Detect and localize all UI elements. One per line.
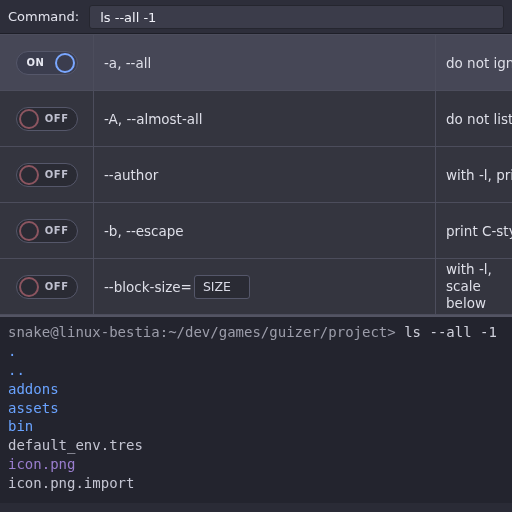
toggle-label: OFF [45,281,69,292]
option-desc: do not ignore [446,55,512,71]
toggle-knob [55,53,75,73]
toggle-almost-all[interactable]: OFF [16,107,78,131]
toggle-label: OFF [45,113,69,124]
option-desc: print C-style e [446,223,512,239]
toggle-author[interactable]: OFF [16,163,78,187]
option-row-block-size: OFF --block-size= SIZE with -l, scale be… [0,259,512,315]
toggle-knob [19,109,39,129]
toggle-label: ON [27,57,45,68]
toggle-block-size[interactable]: OFF [16,275,78,299]
terminal-line: .. [8,362,25,378]
option-row-escape: OFF -b, --escape print C-style e [0,203,512,259]
toggle-knob [19,165,39,185]
command-input[interactable]: ls --all -1 [89,5,504,29]
option-row-author: OFF --author with -l, print t [0,147,512,203]
option-flag: -a, --all [104,55,151,71]
option-flag: -A, --almost-all [104,111,203,127]
options-table: ON -a, --all do not ignore OFF -A, --alm… [0,34,512,315]
terminal-line: . [8,343,16,359]
option-row-almost-all: OFF -A, --almost-all do not list im [0,91,512,147]
option-flag: --author [104,167,158,183]
option-desc: with -l, print t [446,167,512,183]
option-row-all: ON -a, --all do not ignore [0,35,512,91]
terminal-command: ls --all -1 [404,324,497,340]
terminal-line: default_env.tres [8,437,143,453]
option-desc: do not list im [446,111,512,127]
toggle-knob [19,221,39,241]
toggle-label: OFF [45,169,69,180]
command-bar: Command: ls --all -1 [0,0,512,34]
terminal-output[interactable]: snake@linux-bestia:~/dev/games/guizer/pr… [0,315,512,503]
terminal-prompt: snake@linux-bestia:~/dev/games/guizer/pr… [8,324,396,340]
toggle-all[interactable]: ON [16,51,78,75]
terminal-line: icon.png [8,456,75,472]
toggle-label: OFF [45,225,69,236]
terminal-line: bin [8,418,33,434]
terminal-line: assets [8,400,59,416]
toggle-knob [19,277,39,297]
command-label: Command: [8,9,89,24]
option-flag: --block-size= [104,279,192,295]
terminal-line: addons [8,381,59,397]
terminal-line: icon.png.import [8,475,134,491]
option-desc: with -l, scale below [446,261,502,312]
toggle-escape[interactable]: OFF [16,219,78,243]
option-flag: -b, --escape [104,223,184,239]
block-size-input[interactable]: SIZE [194,275,250,299]
